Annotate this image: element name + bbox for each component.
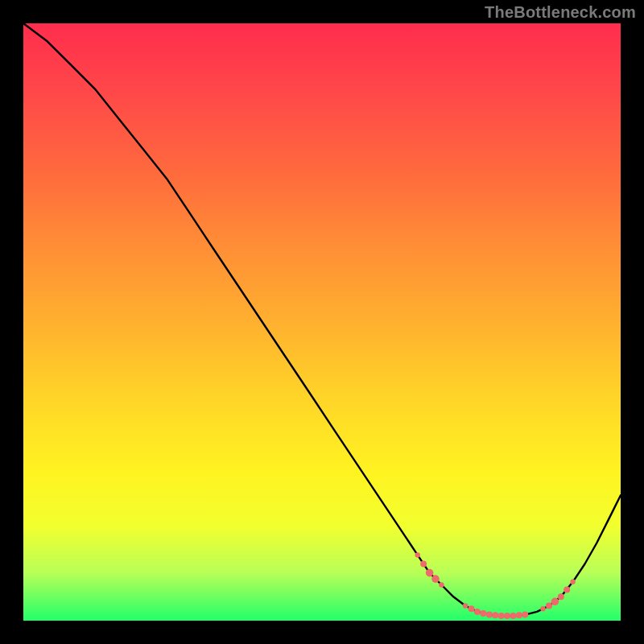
marker-dot — [540, 606, 545, 611]
plot-area — [23, 23, 621, 621]
marker-dot — [498, 613, 505, 619]
marker-dot — [480, 610, 486, 617]
marker-dot — [570, 580, 575, 584]
marker-dot — [546, 603, 552, 609]
marker-dot — [510, 613, 516, 619]
marker-dot — [522, 612, 528, 618]
chart-frame: TheBottleneck.com — [0, 0, 644, 644]
chart-svg — [23, 23, 621, 621]
watermark-text: TheBottleneck.com — [485, 3, 636, 22]
marker-dot — [564, 586, 570, 592]
marker-dot — [551, 598, 559, 606]
marker-dot — [474, 609, 481, 615]
marker-dot — [558, 593, 564, 600]
marker-dot — [469, 605, 475, 612]
marker-dot — [415, 552, 420, 557]
marker-dot — [504, 613, 510, 619]
curve-line — [23, 23, 621, 616]
marker-dot — [516, 612, 522, 618]
marker-dot — [492, 612, 498, 618]
marker-dot — [420, 561, 427, 568]
marker-dot — [463, 603, 468, 608]
marker-dot — [486, 612, 493, 618]
marker-dot — [439, 582, 444, 587]
marker-dot — [431, 575, 440, 583]
marker-dot — [426, 569, 434, 577]
highlight-markers — [415, 552, 576, 619]
